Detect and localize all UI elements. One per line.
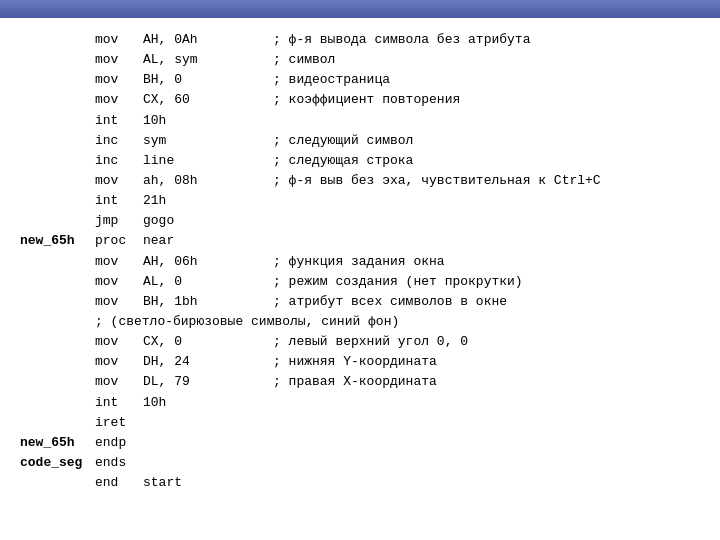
col-mnemonic: mov <box>95 252 143 272</box>
table-row: incsym; следующий символ <box>20 131 700 151</box>
col-mnemonic: int <box>95 393 143 413</box>
col-operand: BH, 1bh <box>143 292 273 312</box>
col-mnemonic: mov <box>95 372 143 392</box>
col-comment: ; левый верхний угол 0, 0 <box>273 332 468 352</box>
col-mnemonic: mov <box>95 292 143 312</box>
table-row: incline; следующая строка <box>20 151 700 171</box>
col-comment: ; следующая строка <box>273 151 413 171</box>
col-label <box>20 171 95 191</box>
table-row: jmpgogo <box>20 211 700 231</box>
title-bar <box>0 0 720 18</box>
col-comment: ; атрибут всех символов в окне <box>273 292 507 312</box>
table-row: movBH, 0; видеостраница <box>20 70 700 90</box>
table-row: movDL, 79; правая X-координата <box>20 372 700 392</box>
col-mnemonic: iret <box>95 413 143 433</box>
code-content: movAH, 0Ah; ф-я вывода символа без атриб… <box>0 18 720 505</box>
col-mnemonic: mov <box>95 70 143 90</box>
col-operand: 10h <box>143 393 273 413</box>
col-label <box>20 151 95 171</box>
col-operand: AH, 0Ah <box>143 30 273 50</box>
col-mnemonic: proc <box>95 231 143 251</box>
col-label <box>20 131 95 151</box>
col-mnemonic: mov <box>95 332 143 352</box>
table-row: movAL, sym; символ <box>20 50 700 70</box>
col-comment: ; функция задания окна <box>273 252 445 272</box>
col-label <box>20 352 95 372</box>
col-mnemonic: ends <box>95 453 143 473</box>
col-label <box>20 191 95 211</box>
col-label <box>20 292 95 312</box>
col-mnemonic: mov <box>95 90 143 110</box>
table-row: movBH, 1bh; атрибут всех символов в окне <box>20 292 700 312</box>
col-operand <box>143 413 273 433</box>
col-operand: ah, 08h <box>143 171 273 191</box>
table-row: code_segends <box>20 453 700 473</box>
table-row: iret <box>20 413 700 433</box>
col-operand: CX, 0 <box>143 332 273 352</box>
table-row: movAL, 0; режим создания (нет прокрутки) <box>20 272 700 292</box>
table-row: movCX, 60; коэффициент повторения <box>20 90 700 110</box>
col-operand: sym <box>143 131 273 151</box>
col-label <box>20 272 95 292</box>
col-comment: ; ф-я выв без эха, чувствительная к Ctrl… <box>273 171 601 191</box>
col-operand: BH, 0 <box>143 70 273 90</box>
col-operand: gogo <box>143 211 273 231</box>
col-mnemonic: mov <box>95 272 143 292</box>
col-operand: near <box>143 231 273 251</box>
col-operand: DH, 24 <box>143 352 273 372</box>
col-label <box>20 252 95 272</box>
col-operand: AL, sym <box>143 50 273 70</box>
col-mnemonic: endp <box>95 433 143 453</box>
col-comment: ; ф-я вывода символа без атрибута <box>273 30 530 50</box>
col-mnemonic: inc <box>95 151 143 171</box>
col-comment: ; следующий символ <box>273 131 413 151</box>
col-label <box>20 70 95 90</box>
col-mnemonic: int <box>95 111 143 131</box>
col-mnemonic: mov <box>95 171 143 191</box>
table-row: new_65hendp <box>20 433 700 453</box>
col-operand: AH, 06h <box>143 252 273 272</box>
col-operand: 10h <box>143 111 273 131</box>
col-comment: ; видеостраница <box>273 70 390 90</box>
col-label <box>20 372 95 392</box>
table-row: movAH, 06h; функция задания окна <box>20 252 700 272</box>
table-row: endstart <box>20 473 700 493</box>
col-mnemonic: end <box>95 473 143 493</box>
col-mnemonic: jmp <box>95 211 143 231</box>
col-mnemonic: mov <box>95 50 143 70</box>
col-label <box>20 312 95 332</box>
col-comment: ; коэффициент повторения <box>273 90 460 110</box>
col-label: code_seg <box>20 453 95 473</box>
col-mnemonic: int <box>95 191 143 211</box>
table-row: movCX, 0; левый верхний угол 0, 0 <box>20 332 700 352</box>
col-label <box>20 413 95 433</box>
table-row: new_65hprocnear <box>20 231 700 251</box>
col-label: new_65h <box>20 231 95 251</box>
comment-full-line: ; (светло-бирюзовые символы, синий фон) <box>95 312 399 332</box>
col-label <box>20 111 95 131</box>
col-operand <box>143 453 273 473</box>
col-comment: ; правая X-координата <box>273 372 437 392</box>
col-operand: CX, 60 <box>143 90 273 110</box>
col-comment: ; символ <box>273 50 335 70</box>
col-mnemonic: inc <box>95 131 143 151</box>
table-row: ; (светло-бирюзовые символы, синий фон) <box>20 312 700 332</box>
col-mnemonic: mov <box>95 30 143 50</box>
col-label <box>20 393 95 413</box>
col-operand: 21h <box>143 191 273 211</box>
col-label <box>20 473 95 493</box>
col-label: new_65h <box>20 433 95 453</box>
col-operand: AL, 0 <box>143 272 273 292</box>
col-label <box>20 332 95 352</box>
col-operand: DL, 79 <box>143 372 273 392</box>
col-operand: line <box>143 151 273 171</box>
col-mnemonic: mov <box>95 352 143 372</box>
table-row: movAH, 0Ah; ф-я вывода символа без атриб… <box>20 30 700 50</box>
col-operand: start <box>143 473 273 493</box>
table-row: int10h <box>20 393 700 413</box>
col-label <box>20 50 95 70</box>
col-label <box>20 30 95 50</box>
col-label <box>20 90 95 110</box>
col-comment: ; нижняя Y-координата <box>273 352 437 372</box>
code-block: movAH, 0Ah; ф-я вывода символа без атриб… <box>20 30 700 493</box>
